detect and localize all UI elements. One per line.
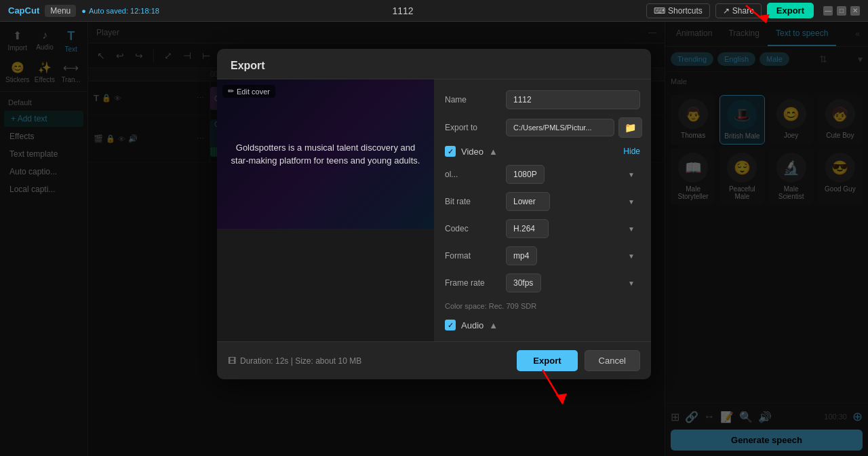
audio-label: Audio [461,320,484,330]
codec-select[interactable]: H.264 H.265 ProRes [506,219,549,238]
app-name: CapCut [8,5,39,16]
format-label: Format [445,251,499,261]
video-label: Video [461,147,484,157]
share-button[interactable]: ↗ Share [715,3,762,18]
audio-collapse-icon[interactable]: ▲ [489,320,498,330]
bitrate-dropdown-icon: ▼ [628,198,635,206]
resolution-row: ol... 1080P 720P 2K 4K ▼ [445,165,640,184]
export-preview-panel: ✏ Edit cover Goldspotters is a musical t… [217,79,434,341]
name-row: Name [445,90,640,109]
framerate-row: Frame rate 30fps 24fps 25fps 60fps ▼ [445,273,640,292]
codec-dropdown-icon: ▼ [628,225,635,233]
preview-text: Goldspotters is a musical talent discove… [231,141,420,168]
export-modal-overlay: Export ✏ Edit cover Goldspotters is a mu… [0,22,868,456]
film-icon: 🎞 [228,356,236,366]
export-path-row: Export to 📁 [445,117,640,138]
codec-select-wrapper: H.264 H.265 ProRes ▼ [506,219,640,238]
window-controls: — □ ✕ [823,6,860,16]
export-modal-footer: 🎞 Duration: 12s | Size: about 10 MB Expo… [217,341,651,379]
menu-button[interactable]: Menu [45,5,76,17]
resolution-select[interactable]: 1080P 720P 2K 4K [506,165,545,184]
close-button[interactable]: ✕ [850,6,860,16]
codec-label: Codec [445,224,499,233]
audio-section-header: ✓ Audio ▲ [445,320,640,330]
browse-button[interactable]: 📁 [618,117,642,138]
export-preview-canvas: Goldspotters is a musical talent discove… [217,79,434,229]
export-action-button[interactable]: Export [517,350,577,371]
video-collapse-icon[interactable]: ▲ [489,147,498,157]
shortcuts-button[interactable]: ⌨ Shortcuts [646,3,710,18]
color-space-row: Color space: Rec. 709 SDR [445,301,640,311]
video-toggle: ✓ Video ▲ [445,146,498,157]
export-path-input[interactable] [506,119,614,136]
name-input[interactable] [506,90,640,109]
minimize-button[interactable]: — [823,6,833,16]
bitrate-select[interactable]: Lower Medium Higher [506,192,550,211]
edit-cover-button[interactable]: ✏ Edit cover [222,85,275,98]
bitrate-label: Bit rate [445,197,499,206]
export-button-title[interactable]: Export [767,3,814,18]
framerate-label: Frame rate [445,278,499,288]
resolution-label: ol... [445,170,499,179]
framerate-select-wrapper: 30fps 24fps 25fps 60fps ▼ [506,273,640,292]
resolution-dropdown-icon: ▼ [628,171,635,178]
project-id: 1112 [392,5,413,16]
footer-buttons: Export Cancel [517,350,640,371]
format-select-wrapper: mp4 mov avi ▼ [506,246,640,265]
keyboard-icon: ⌨ [654,6,665,16]
export-to-label: Export to [445,123,499,132]
framerate-select[interactable]: 30fps 24fps 25fps 60fps [506,273,541,292]
hide-button[interactable]: Hide [623,147,640,156]
export-modal: Export ✏ Edit cover Goldspotters is a mu… [217,49,651,379]
audio-toggle: ✓ Audio ▲ [445,320,498,330]
title-bar-left: CapCut Menu ● Auto saved: 12:18:18 [8,5,159,17]
share-icon: ↗ [723,6,730,16]
format-row: Format mp4 mov avi ▼ [445,246,640,265]
framerate-dropdown-icon: ▼ [628,280,635,287]
video-section-header: ✓ Video ▲ Hide [445,146,640,157]
cancel-button[interactable]: Cancel [585,350,640,371]
bitrate-select-wrapper: Lower Medium Higher ▼ [506,192,640,211]
title-bar-right: ⌨ Shortcuts ↗ Share Export — □ ✕ [646,3,860,18]
codec-row: Codec H.264 H.265 ProRes ▼ [445,219,640,238]
duration-text: 🎞 Duration: 12s | Size: about 10 MB [228,356,361,366]
autosaved-status: ● Auto saved: 12:18:18 [81,7,159,15]
edit-cover-icon: ✏ [228,87,234,96]
video-checkbox[interactable]: ✓ [445,146,456,157]
bitrate-row: Bit rate Lower Medium Higher ▼ [445,192,640,211]
export-form: Name Export to 📁 ✓ Video ▲ [434,79,651,341]
export-modal-header: Export [217,49,651,79]
format-select[interactable]: mp4 mov avi [506,246,537,265]
export-modal-body: ✏ Edit cover Goldspotters is a musical t… [217,79,651,341]
resolution-select-wrapper: 1080P 720P 2K 4K ▼ [506,165,640,184]
restore-button[interactable]: □ [837,6,846,16]
format-dropdown-icon: ▼ [628,252,635,260]
name-label: Name [445,95,499,104]
color-space-text: Color space: Rec. 709 SDR [445,301,536,311]
path-row: 📁 [506,117,642,138]
title-bar: CapCut Menu ● Auto saved: 12:18:18 1112 … [0,0,868,22]
audio-checkbox[interactable]: ✓ [445,320,456,330]
